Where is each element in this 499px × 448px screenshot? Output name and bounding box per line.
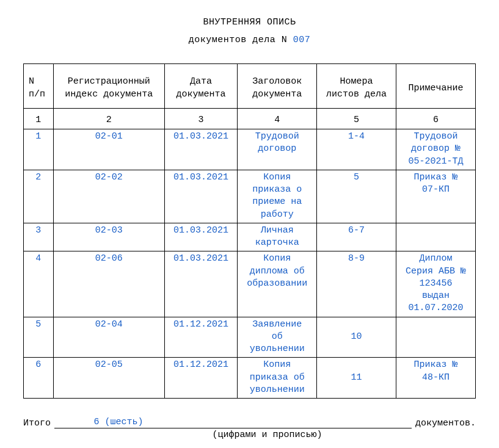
col-num-3: 3 xyxy=(164,109,237,129)
total-line: Итого 6 (шесть) документов. xyxy=(23,417,476,428)
header-number-row: 1 2 3 4 5 6 xyxy=(24,109,476,129)
cell-reg-index: 02-05 xyxy=(53,358,164,399)
cell-date: 01.12.2021 xyxy=(164,358,237,399)
table-row: 202-0201.03.2021Копияприказа оприеме нар… xyxy=(24,170,476,223)
cell-note: ДипломСерия АБВ №123456выдан01.07.2020 xyxy=(396,251,476,317)
total-value: 6 (шесть) xyxy=(54,417,183,428)
case-number: 007 xyxy=(293,35,311,45)
total-label: Итого xyxy=(23,418,51,428)
cell-note: Приказ №48-КП xyxy=(396,358,476,399)
cell-reg-index: 02-03 xyxy=(53,223,164,251)
document-header: ВНУТРЕННЯЯ ОПИСЬ документов дела N 007 xyxy=(23,17,476,45)
cell-note: Приказ №07-КП xyxy=(396,170,476,223)
cell-note xyxy=(396,223,476,251)
table-row: 602-0501.12.2021Копияприказа обувольнени… xyxy=(24,358,476,399)
document-title: ВНУТРЕННЯЯ ОПИСЬ xyxy=(23,17,476,27)
total-blank-line xyxy=(183,428,412,428)
cell-pages: 11 xyxy=(317,358,396,399)
cell-npp: 5 xyxy=(24,317,54,358)
table-row: 502-0401.12.2021Заявлениеобувольнении10 xyxy=(24,317,476,358)
cell-pages: 1-4 xyxy=(317,129,396,170)
cell-npp: 6 xyxy=(24,358,54,399)
cell-reg-index: 02-04 xyxy=(53,317,164,358)
cell-pages: 8-9 xyxy=(317,251,396,317)
cell-reg-index: 02-01 xyxy=(53,129,164,170)
cell-title: Копияприказа обувольнении xyxy=(238,358,317,399)
footer: Итого 6 (шесть) документов. (цифрами и п… xyxy=(23,417,476,440)
col-num-2: 2 xyxy=(53,109,164,129)
table-head: Nп/п Регистрационныйиндекс документа Дат… xyxy=(24,64,476,129)
cell-note xyxy=(396,317,476,358)
col-reg-index: Регистрационныйиндекс документа xyxy=(53,64,164,109)
cell-pages: 5 xyxy=(317,170,396,223)
cell-title: Личнаякарточка xyxy=(238,223,317,251)
document-subtitle: документов дела N 007 xyxy=(23,35,476,45)
col-num-5: 5 xyxy=(317,109,396,129)
cell-npp: 1 xyxy=(24,129,54,170)
cell-title: Копияприказа оприеме наработу xyxy=(238,170,317,223)
col-num-1: 1 xyxy=(24,109,54,129)
cell-title: Трудовойдоговор xyxy=(238,129,317,170)
cell-date: 01.03.2021 xyxy=(164,129,237,170)
cell-date: 01.03.2021 xyxy=(164,223,237,251)
col-num-6: 6 xyxy=(396,109,476,129)
cell-reg-index: 02-06 xyxy=(53,251,164,317)
col-doc-title: Заголовокдокумента xyxy=(238,64,317,109)
header-row: Nп/п Регистрационныйиндекс документа Дат… xyxy=(24,64,476,109)
cell-pages: 10 xyxy=(317,317,396,358)
cell-date: 01.12.2021 xyxy=(164,317,237,358)
total-suffix: документов. xyxy=(415,418,476,428)
table-body: 102-0101.03.2021Трудовойдоговор1-4Трудов… xyxy=(24,129,476,399)
cell-date: 01.03.2021 xyxy=(164,170,237,223)
cell-title: Копиядиплома обобразовании xyxy=(238,251,317,317)
cell-title: Заявлениеобувольнении xyxy=(238,317,317,358)
table-row: 402-0601.03.2021Копиядиплома обобразован… xyxy=(24,251,476,317)
inventory-table: Nп/п Регистрационныйиндекс документа Дат… xyxy=(23,63,476,399)
col-npp: Nп/п xyxy=(24,64,54,109)
col-note: Примечание xyxy=(396,64,476,109)
cell-npp: 4 xyxy=(24,251,54,317)
total-caption: (цифрами и прописью) xyxy=(59,430,476,440)
col-date: Датадокумента xyxy=(164,64,237,109)
cell-pages: 6-7 xyxy=(317,223,396,251)
col-pages: Номералистов дела xyxy=(317,64,396,109)
cell-date: 01.03.2021 xyxy=(164,251,237,317)
cell-npp: 3 xyxy=(24,223,54,251)
cell-reg-index: 02-02 xyxy=(53,170,164,223)
table-row: 302-0301.03.2021Личнаякарточка6-7 xyxy=(24,223,476,251)
subtitle-prefix: документов дела N xyxy=(189,35,293,45)
cell-note: Трудовойдоговор №05-2021-ТД xyxy=(396,129,476,170)
table-row: 102-0101.03.2021Трудовойдоговор1-4Трудов… xyxy=(24,129,476,170)
cell-npp: 2 xyxy=(24,170,54,223)
col-num-4: 4 xyxy=(238,109,317,129)
